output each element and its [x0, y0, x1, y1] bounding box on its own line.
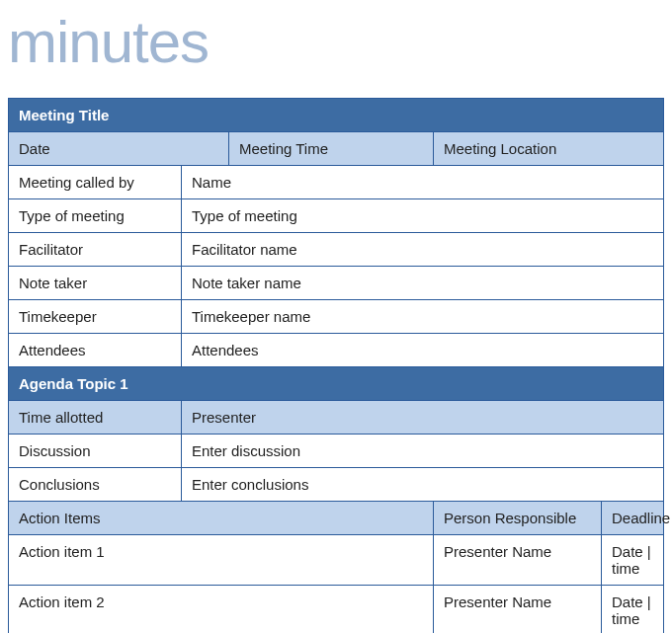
conclusions-value: Enter conclusions: [182, 468, 664, 502]
action-row: Action item 1 Presenter Name Date | time: [9, 535, 664, 586]
location-label: Meeting Location: [434, 132, 664, 166]
agenda-subheader-row: Time allotted Presenter: [9, 401, 664, 435]
date-label: Date: [9, 132, 229, 166]
agenda-header: Agenda Topic 1: [9, 367, 664, 401]
row-value: Note taker name: [182, 267, 664, 300]
row-label: Attendees: [9, 334, 182, 367]
row-value: Type of meeting: [182, 199, 664, 233]
table-row: Meeting called by Name: [9, 166, 664, 199]
action-person: Presenter Name: [434, 535, 602, 586]
action-items-header: Action Items: [9, 502, 434, 535]
action-item: Action item 1: [9, 535, 434, 586]
row-label: Meeting called by: [9, 166, 182, 199]
table-row: Discussion Enter discussion: [9, 435, 664, 468]
agenda-header-row: Agenda Topic 1: [9, 367, 664, 401]
table-row: Type of meeting Type of meeting: [9, 199, 664, 233]
table-row: Note taker Note taker name: [9, 267, 664, 300]
deadline-header: Deadline: [602, 502, 664, 535]
person-responsible-header: Person Responsible: [434, 502, 602, 535]
row-value: Name: [182, 166, 664, 199]
time-label: Meeting Time: [229, 132, 434, 166]
table-row: Conclusions Enter conclusions: [9, 468, 664, 502]
meeting-meta-row: Date Meeting Time Meeting Location: [9, 132, 664, 166]
table-row: Attendees Attendees: [9, 334, 664, 367]
discussion-label: Discussion: [9, 435, 182, 468]
page-title: minutes: [8, 8, 664, 76]
presenter-label: Presenter: [182, 401, 664, 435]
row-label: Facilitator: [9, 233, 182, 267]
discussion-value: Enter discussion: [182, 435, 664, 468]
row-label: Type of meeting: [9, 199, 182, 233]
action-person: Presenter Name: [434, 586, 602, 634]
conclusions-label: Conclusions: [9, 468, 182, 502]
action-item: Action item 2: [9, 586, 434, 634]
action-row: Action item 2 Presenter Name Date | time: [9, 586, 664, 634]
action-header-row: Action Items Person Responsible Deadline: [9, 502, 664, 535]
row-value: Facilitator name: [182, 233, 664, 267]
row-value: Timekeeper name: [182, 300, 664, 334]
row-value: Attendees: [182, 334, 664, 367]
table-row: Facilitator Facilitator name: [9, 233, 664, 267]
action-deadline: Date | time: [602, 535, 664, 586]
row-label: Note taker: [9, 267, 182, 300]
minutes-table: Meeting Title Date Meeting Time Meeting …: [8, 98, 664, 633]
meeting-title-row: Meeting Title: [9, 99, 664, 132]
action-deadline: Date | time: [602, 586, 664, 634]
time-allotted-label: Time allotted: [9, 401, 182, 435]
row-label: Timekeeper: [9, 300, 182, 334]
meeting-title-header: Meeting Title: [9, 99, 664, 132]
table-row: Timekeeper Timekeeper name: [9, 300, 664, 334]
